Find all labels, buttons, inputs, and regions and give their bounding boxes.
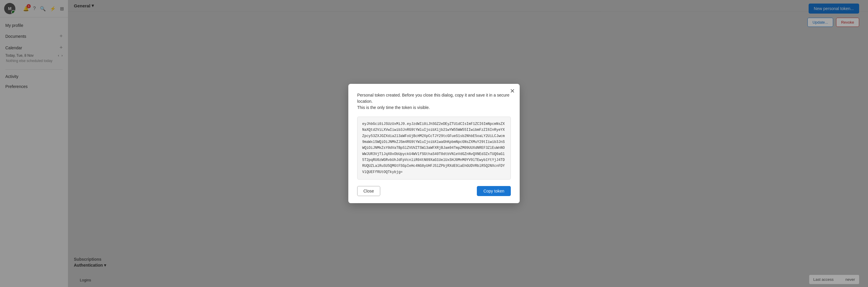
dialog-message: Personal token created. Before you close… <box>357 92 511 111</box>
modal-overlay: ✕ Personal token created. Before you clo… <box>0 0 868 287</box>
dialog-message-line2: This is the only time the token is visib… <box>357 105 430 110</box>
token-box[interactable]: eyJhbGci0iJSUzUxMiJ9.eyJzdWIi0iJhSGZ2eDE… <box>357 117 511 180</box>
dialog-message-line1: Personal token created. Before you close… <box>357 93 509 104</box>
dialog-close-button[interactable]: ✕ <box>510 88 515 94</box>
close-button[interactable]: Close <box>357 186 380 196</box>
copy-token-button[interactable]: Copy token <box>477 186 511 196</box>
token-dialog: ✕ Personal token created. Before you clo… <box>348 84 520 203</box>
dialog-actions: Close Copy token <box>357 186 511 196</box>
